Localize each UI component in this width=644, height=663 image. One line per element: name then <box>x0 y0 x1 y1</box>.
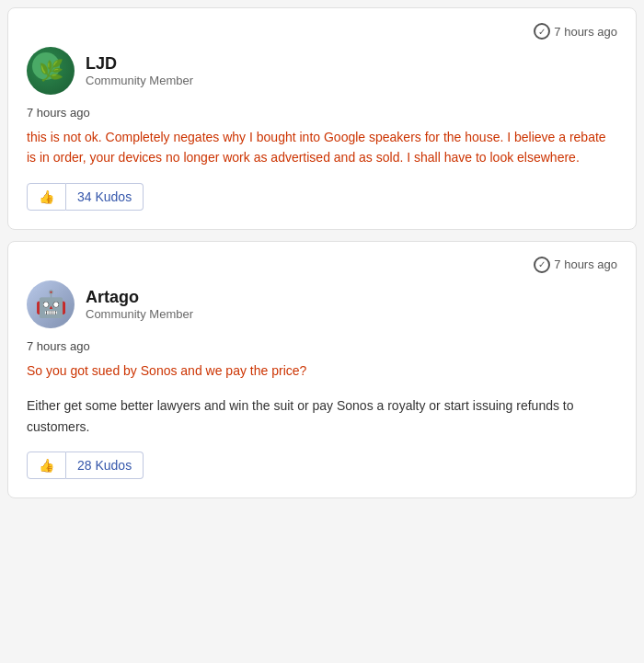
thumbs-up-icon: 👍 <box>39 189 54 204</box>
post-timestamp: 7 hours ago <box>27 106 617 120</box>
kudos-count[interactable]: 34 Kudos <box>66 183 144 211</box>
comment-card-artago: ✓ 7 hours ago 🤖 Artago Community Member … <box>7 241 637 498</box>
avatar <box>27 47 75 95</box>
comment-card-ljd: ✓ 7 hours ago LJD Community Member 7 hou… <box>7 7 637 230</box>
post-content-first: So you got sued by Sonos and we pay the … <box>27 360 617 381</box>
user-info: LJD Community Member <box>86 54 193 87</box>
username: LJD <box>86 54 193 74</box>
avatar: 🤖 <box>27 280 75 328</box>
user-info: Artago Community Member <box>86 288 193 321</box>
user-row: 🤖 Artago Community Member <box>27 280 617 328</box>
username: Artago <box>86 288 193 307</box>
card-timestamp: 7 hours ago <box>554 25 617 39</box>
kudos-row: 👍 28 Kudos <box>27 452 617 479</box>
timestamp-row: ✓ 7 hours ago <box>534 257 617 273</box>
post-content-second: Either get some better lawyers and win t… <box>27 395 617 437</box>
kudos-button[interactable]: 👍 <box>27 183 66 211</box>
card-top-row: ✓ 7 hours ago <box>27 23 617 40</box>
post-timestamp: 7 hours ago <box>27 339 617 353</box>
card-top-row: ✓ 7 hours ago <box>27 257 617 273</box>
user-row: LJD Community Member <box>27 47 617 95</box>
kudos-count[interactable]: 28 Kudos <box>66 452 144 479</box>
post-content: this is not ok. Completely negates why I… <box>27 127 617 168</box>
card-timestamp: 7 hours ago <box>554 257 617 271</box>
thumbs-up-icon: 👍 <box>39 458 54 473</box>
timestamp-row: ✓ 7 hours ago <box>534 23 617 40</box>
user-role: Community Member <box>86 74 193 87</box>
user-role: Community Member <box>86 307 193 321</box>
verified-icon: ✓ <box>534 23 550 40</box>
kudos-button[interactable]: 👍 <box>27 452 66 479</box>
verified-icon: ✓ <box>534 257 550 273</box>
kudos-row: 👍 34 Kudos <box>27 183 617 211</box>
